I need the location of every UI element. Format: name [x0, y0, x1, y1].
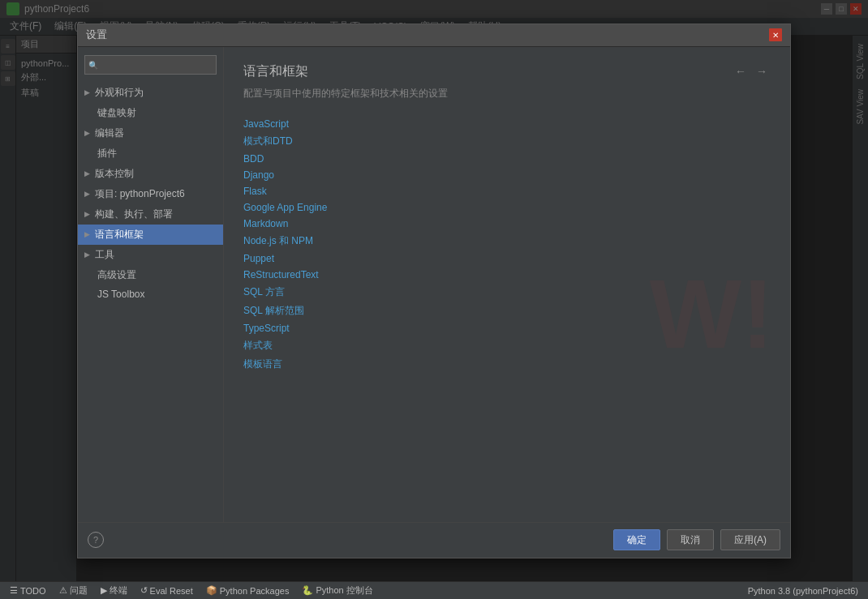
settings-content-area: W! 语言和框架 ← → 配置与项目中使用的特定框架和技术相关的设置 JavaS… — [224, 47, 790, 522]
content-description: 配置与项目中使用的特定框架和技术相关的设置 — [243, 87, 771, 101]
nav-arrows: ← → — [732, 63, 771, 79]
sidebar-section: ▶ 外观和行为 键盘映射 ▶ 编辑器 插件 ▶ 版本控制 — [78, 81, 223, 305]
bottom-eval[interactable]: ↺ Eval Reset — [134, 584, 200, 597]
framework-link-sql-scope[interactable]: SQL 解析范围 — [243, 302, 771, 319]
ide-bottombar: ☰ TODO ⚠ 问题 ▶ 终端 ↺ Eval Reset 📦 Python P… — [0, 581, 868, 599]
dialog-close-button[interactable]: ✕ — [769, 28, 782, 41]
sidebar-item-languages[interactable]: ▶ 语言和框架 — [78, 225, 223, 245]
dialog-titlebar: 设置 ✕ — [78, 24, 790, 47]
content-header: 语言和框架 ← → — [243, 63, 771, 80]
sidebar-item-keymap[interactable]: 键盘映射 — [78, 103, 223, 123]
settings-search-box: 🔍 — [84, 55, 217, 75]
framework-list: JavaScript 模式和DTD BDD Django Flask Googl… — [243, 117, 771, 373]
dialog-title: 设置 — [86, 28, 769, 42]
sidebar-item-plugins[interactable]: 插件 — [78, 143, 223, 164]
confirm-button[interactable]: 确定 — [613, 529, 660, 550]
framework-link-django[interactable]: Django — [243, 168, 771, 182]
todo-icon: ☰ — [10, 585, 18, 596]
packages-icon: 📦 — [206, 585, 217, 596]
framework-link-sql-dialect[interactable]: SQL 方言 — [243, 284, 771, 301]
settings-search-input[interactable] — [84, 55, 217, 75]
sidebar-item-editor[interactable]: ▶ 编辑器 — [78, 123, 223, 143]
settings-dialog: 设置 ✕ 🔍 ▶ 外观和行为 键盘映射 — [77, 24, 791, 558]
framework-link-template[interactable]: 模板语言 — [243, 356, 771, 373]
framework-link-dtd[interactable]: 模式和DTD — [243, 133, 771, 150]
framework-link-restructured[interactable]: ReStructuredText — [243, 267, 771, 282]
framework-link-puppet[interactable]: Puppet — [243, 251, 771, 266]
eval-icon: ↺ — [140, 585, 148, 596]
bottom-todo[interactable]: ☰ TODO — [3, 584, 53, 597]
framework-link-nodejs[interactable]: Node.js 和 NPM — [243, 233, 771, 250]
help-button[interactable]: ? — [88, 532, 104, 548]
framework-link-flask[interactable]: Flask — [243, 184, 771, 199]
content-title: 语言和框架 — [243, 63, 308, 80]
arrow-icon-vcs: ▶ — [84, 169, 90, 178]
framework-link-javascript[interactable]: JavaScript — [243, 117, 771, 131]
bottom-problems[interactable]: ⚠ 问题 — [53, 583, 94, 598]
apply-button[interactable]: 应用(A) — [720, 529, 780, 550]
bottom-packages[interactable]: 📦 Python Packages — [200, 584, 296, 597]
arrow-icon-build: ▶ — [84, 210, 90, 218]
bottom-terminal[interactable]: ▶ 终端 — [94, 583, 134, 598]
framework-link-gae[interactable]: Google App Engine — [243, 200, 771, 215]
settings-sidebar: 🔍 ▶ 外观和行为 键盘映射 ▶ 编辑器 — [78, 47, 224, 522]
arrow-icon-project: ▶ — [84, 190, 90, 198]
arrow-icon-editor: ▶ — [84, 129, 90, 137]
arrow-icon-tools: ▶ — [84, 250, 90, 259]
nav-back-button[interactable]: ← — [732, 63, 750, 79]
sidebar-item-build[interactable]: ▶ 构建、执行、部署 — [78, 204, 223, 225]
console-icon: 🐍 — [302, 585, 313, 596]
sidebar-item-appearance[interactable]: ▶ 外观和行为 — [78, 83, 223, 103]
arrow-icon-languages: ▶ — [84, 230, 90, 238]
terminal-icon: ▶ — [101, 585, 107, 596]
modal-overlay: 设置 ✕ 🔍 ▶ 外观和行为 键盘映射 — [0, 0, 868, 581]
sidebar-item-tools[interactable]: ▶ 工具 — [78, 245, 223, 265]
sidebar-item-vcs[interactable]: ▶ 版本控制 — [78, 164, 223, 184]
dialog-body: 🔍 ▶ 外观和行为 键盘映射 ▶ 编辑器 — [78, 47, 790, 522]
cancel-button[interactable]: 取消 — [667, 529, 714, 550]
search-icon: 🔍 — [88, 60, 98, 69]
dialog-footer: ? 确定 取消 应用(A) — [78, 522, 790, 558]
framework-link-markdown[interactable]: Markdown — [243, 216, 771, 231]
sidebar-item-advanced[interactable]: 高级设置 — [78, 265, 223, 285]
sidebar-item-jstoolbox[interactable]: JS Toolbox — [78, 285, 223, 303]
framework-link-bdd[interactable]: BDD — [243, 152, 771, 166]
footer-right: 确定 取消 应用(A) — [613, 529, 780, 550]
footer-left: ? — [88, 532, 104, 548]
bottom-console[interactable]: 🐍 Python 控制台 — [295, 583, 379, 598]
sidebar-item-project[interactable]: ▶ 项目: pythonProject6 — [78, 184, 223, 204]
framework-link-typescript[interactable]: TypeScript — [243, 321, 771, 336]
nav-forward-button[interactable]: → — [753, 63, 771, 79]
framework-link-stylesheet[interactable]: 样式表 — [243, 337, 771, 354]
status-python: Python 3.8 (pythonProject6) — [748, 586, 865, 596]
arrow-icon: ▶ — [84, 88, 90, 96]
problems-icon: ⚠ — [59, 585, 67, 596]
